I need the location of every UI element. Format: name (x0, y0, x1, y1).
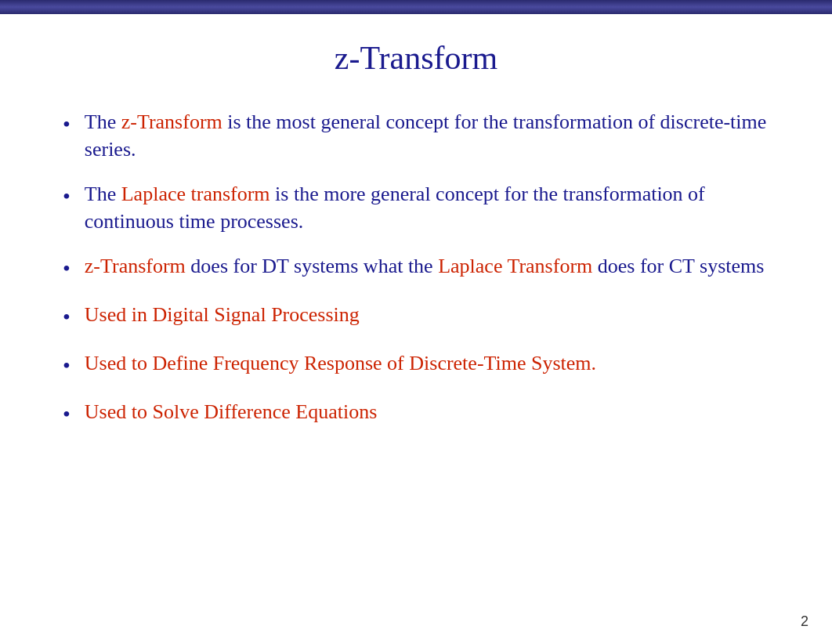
bullet-text: Used to Define Frequency Response of Dis… (85, 349, 785, 377)
bullet-dot: • (63, 302, 71, 332)
bullet-segment: does for CT systems (592, 255, 764, 277)
bullet-segment: Used in Digital Signal Processing (85, 303, 360, 326)
list-item: • z-Transform does for DT systems what t… (63, 252, 785, 284)
bullet-segment: The (85, 110, 121, 133)
bullet-segment: Used to Define Frequency Response of Dis… (85, 352, 596, 374)
bullet-list: • The z-Transform is the most general co… (63, 108, 785, 429)
bullet-segment: The (85, 183, 121, 205)
bullet-text: The Laplace transform is the more genera… (85, 180, 785, 235)
list-item: • The Laplace transform is the more gene… (63, 180, 785, 235)
list-item: • Used in Digital Signal Processing (63, 301, 785, 332)
list-item: • The z-Transform is the most general co… (63, 108, 785, 163)
page-number: 2 (801, 613, 808, 630)
content-area: • The z-Transform is the most general co… (0, 108, 832, 429)
list-item: • Used to Solve Difference Equations (63, 398, 785, 429)
top-bar (0, 0, 832, 14)
bullet-text: Used in Digital Signal Processing (85, 301, 785, 328)
bullet-segment: z-Transform (85, 255, 186, 277)
bullet-dot: • (63, 400, 71, 429)
bullet-segment: does for DT systems what the (186, 255, 438, 277)
slide-title: z-Transform (0, 31, 832, 85)
bullet-text: Used to Solve Difference Equations (85, 398, 785, 425)
bullet-segment: Laplace Transform (438, 255, 592, 277)
bullet-segment: Laplace transform (121, 183, 270, 205)
bullet-text: The z-Transform is the most general conc… (85, 108, 785, 163)
list-item: • Used to Define Frequency Response of D… (63, 349, 785, 381)
bullet-dot: • (63, 254, 71, 284)
bullet-text: z-Transform does for DT systems what the… (85, 252, 785, 280)
bullet-segment: Used to Solve Difference Equations (85, 400, 378, 423)
bullet-segment: z-Transform (121, 110, 222, 133)
bullet-dot: • (63, 182, 71, 212)
bullet-dot: • (63, 110, 71, 139)
bullet-dot: • (63, 351, 71, 381)
